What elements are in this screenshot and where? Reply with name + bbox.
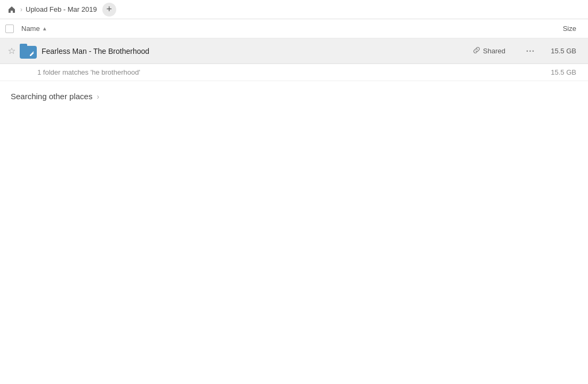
shared-status: Shared (473, 46, 521, 55)
more-options-button[interactable]: ··· (521, 46, 540, 56)
link-icon (473, 46, 480, 55)
folder-icon-col (18, 44, 38, 59)
breadcrumb-label[interactable]: Upload Feb - Mar 2019 (26, 5, 97, 13)
name-column-label: Name (21, 25, 40, 33)
select-all-checkbox[interactable] (5, 25, 14, 33)
column-headers: Name ▲ Size (0, 19, 588, 38)
file-name: Fearless Man - The Brotherhood (38, 47, 473, 55)
header-bar: › Upload Feb - Mar 2019 + (0, 0, 588, 19)
searching-other-places-row[interactable]: Searching other places › (0, 81, 588, 106)
add-button[interactable]: + (102, 3, 116, 17)
summary-size: 15.5 GB (551, 68, 583, 76)
breadcrumb-separator: › (20, 6, 22, 13)
folder-icon (20, 44, 37, 59)
home-icon[interactable] (6, 4, 17, 15)
sort-ascending-icon: ▲ (42, 26, 47, 31)
searching-label: Searching other places (11, 92, 92, 101)
summary-text: 1 folder matches 'he brotherhood' (37, 68, 551, 76)
chevron-right-icon: › (96, 92, 99, 101)
pen-icon (29, 51, 35, 57)
summary-row: 1 folder matches 'he brotherhood' 15.5 G… (0, 64, 588, 81)
file-row[interactable]: Fearless Man - The Brotherhood Shared ··… (0, 38, 588, 64)
star-icon[interactable] (5, 47, 18, 55)
file-size: 15.5 GB (540, 47, 583, 55)
select-all-checkbox-col (5, 25, 21, 33)
size-column-header[interactable]: Size (529, 25, 583, 33)
name-column-header[interactable]: Name ▲ (21, 25, 529, 33)
folder-body (20, 46, 37, 59)
shared-label: Shared (483, 47, 505, 55)
